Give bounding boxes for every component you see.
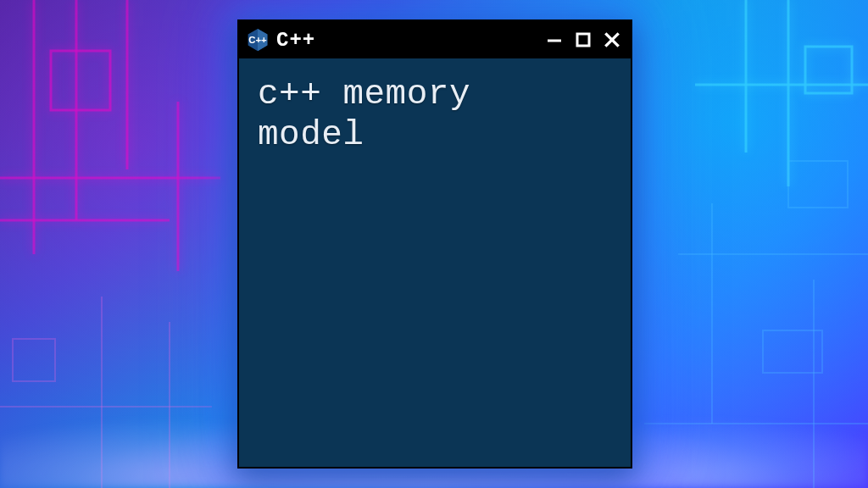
svg-rect-25 bbox=[577, 34, 589, 46]
window-controls bbox=[544, 30, 622, 50]
cpp-icon: C++ bbox=[246, 28, 270, 52]
terminal-content[interactable]: c++ memory model bbox=[239, 58, 631, 171]
window-title: C++ bbox=[276, 29, 315, 52]
titlebar[interactable]: C++ C++ bbox=[239, 21, 631, 58]
close-button[interactable] bbox=[602, 30, 622, 50]
svg-text:C++: C++ bbox=[248, 35, 267, 45]
maximize-button[interactable] bbox=[573, 30, 593, 50]
svg-rect-15 bbox=[788, 161, 848, 208]
minimize-button[interactable] bbox=[544, 30, 565, 50]
svg-rect-14 bbox=[805, 47, 852, 93]
svg-rect-2 bbox=[51, 51, 110, 110]
terminal-window: C++ C++ c++ memory model bbox=[237, 19, 632, 469]
